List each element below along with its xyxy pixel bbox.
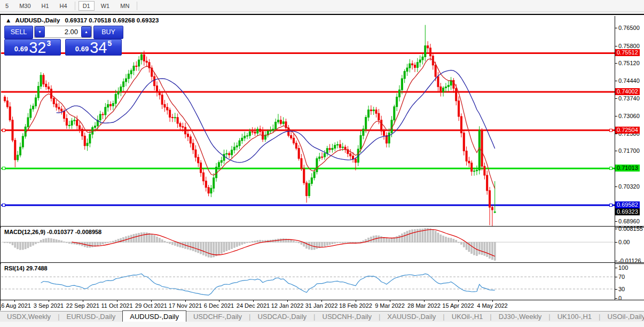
date-tick-mark (321, 300, 322, 302)
level-handle[interactable] (2, 167, 5, 170)
price-scale-label: 0.76500 (618, 25, 640, 31)
tab-usdx-weekly[interactable]: USDX,Weekly (0, 312, 58, 322)
timeframe-button-h1[interactable]: H1 (37, 1, 53, 11)
date-label: 16 Aug 2021 (0, 302, 31, 309)
scale-tick-mark (615, 298, 617, 299)
date-label: 9 Mar 2022 (375, 302, 405, 309)
sell-button[interactable]: SELL (4, 26, 33, 39)
level-price-badge: 0.75512 (615, 49, 640, 56)
macd-scale-label: 0.008155 (618, 225, 643, 232)
scale-tick-mark (615, 151, 617, 151)
volume-decrease-button[interactable]: ▼ (35, 26, 45, 37)
scale-tick-mark (615, 28, 617, 28)
sell-price-tile[interactable]: 0.69 32 3 (4, 39, 61, 56)
volume-increase-button[interactable]: ▲ (81, 26, 91, 37)
buy-price-pips: 34 (90, 41, 107, 54)
date-tick-mark (287, 300, 288, 302)
level-handle[interactable] (609, 129, 612, 132)
date-tick-mark (117, 300, 117, 302)
scale-tick-mark (615, 289, 617, 290)
date-label: 22 Sep 2021 (66, 302, 99, 309)
sell-price-pips: 32 (29, 41, 46, 54)
buy-price-point: 5 (107, 39, 112, 48)
current-price-badge: 0.69323 (615, 208, 640, 215)
price-scale-label: 0.75120 (618, 60, 640, 66)
rsi-scale-label: 30 (618, 286, 625, 292)
price-scale-label: 0.73060 (618, 113, 640, 119)
date-tick-mark (185, 300, 186, 302)
date-label: 12 Jan 2022 (271, 302, 304, 309)
scale-tick-mark (615, 46, 617, 46)
date-label: 3 Sep 2021 (34, 302, 64, 309)
volume-spinner: ▼ 2.00 ▲ (34, 26, 92, 38)
scale-tick-mark (615, 186, 617, 187)
timeframe-button-5[interactable]: 5 (1, 1, 13, 11)
chart-tab-bar: USDX,Weekly|EURUSD-,DailyAUDUSD-,DailyUS… (0, 311, 644, 322)
buy-price-tile[interactable]: 0.69 34 5 (65, 39, 122, 56)
tab-usdchf-daily[interactable]: USDCHF-,Daily (186, 312, 249, 322)
date-label: 4 May 2022 (477, 302, 507, 309)
scale-tick-mark (615, 277, 617, 277)
date-tick-mark (14, 300, 15, 302)
sell-price-prefix: 0.69 (14, 45, 28, 53)
level-handle[interactable] (609, 167, 612, 170)
rsi-indicator-label: RSI(14) 29.7488 (4, 265, 48, 271)
one-click-trade-panel: SELL ▼ 2.00 ▲ BUY 0.69 32 3 0.69 34 5 (4, 22, 122, 69)
price-scale-label: 0.71700 (618, 147, 640, 154)
date-label: 17 Nov 2021 (169, 302, 202, 309)
tab-usdcnh-daily[interactable]: USDCNH-,Daily (316, 312, 379, 322)
timeframe-button-w1[interactable]: W1 (97, 1, 114, 11)
date-tick-mark (253, 300, 254, 302)
toolbar-separator (75, 2, 75, 10)
level-handle[interactable] (2, 204, 5, 207)
tab-uk100-h1[interactable]: UK100-,H1 (551, 312, 599, 322)
scale-tick-mark (615, 229, 617, 229)
macd-indicator-label: MACD(12,26,9) -0.010377 -0.008958 (4, 229, 101, 235)
timeframe-button-d1[interactable]: D1 (78, 1, 95, 11)
tab-dj30-weekly[interactable]: DJ30-,Weekly (492, 312, 549, 322)
tab-eurusd-daily[interactable]: EURUSD-,Daily (60, 312, 123, 322)
date-tick-mark (390, 300, 390, 302)
buy-button[interactable]: BUY (93, 26, 123, 39)
level-price-badge: 0.69582 (615, 201, 640, 208)
date-tick-mark (219, 300, 219, 302)
timeframe-button-m30[interactable]: M30 (15, 1, 35, 11)
price-scale-label: 0.68960 (618, 218, 640, 224)
scale-tick-mark (615, 81, 617, 81)
tab-ukoil-h1[interactable]: UKOil-,H1 (445, 312, 490, 322)
level-handle[interactable] (609, 204, 612, 207)
date-label: 29 Oct 2021 (135, 302, 167, 309)
date-tick-mark (151, 300, 152, 302)
sell-price-point: 3 (46, 39, 51, 48)
chart-window: ▲ AUDUSD-,Daily 0.69317 0.70518 0.69268 … (0, 14, 644, 310)
date-label: 28 Mar 2022 (407, 302, 441, 309)
tab-usoil-daily[interactable]: USOil-,Daily (600, 312, 644, 322)
tab-usdcad-daily[interactable]: USDCAD-,Daily (250, 312, 313, 322)
level-price-badge: 0.74002 (615, 88, 640, 95)
timeframe-button-h4[interactable]: H4 (56, 1, 72, 11)
date-label: 18 Feb 2022 (339, 302, 372, 309)
toolbar-separator (137, 2, 137, 10)
tab-audusd-daily[interactable]: AUDUSD-,Daily (122, 310, 186, 322)
volume-value[interactable]: 2.00 (45, 26, 81, 37)
level-handle[interactable] (2, 129, 5, 132)
rsi-scale-label: 100 (618, 264, 628, 271)
rsi-pane[interactable] (1, 263, 615, 300)
scale-tick-mark (615, 242, 617, 243)
tab-xauusd-daily[interactable]: XAUUSD-,Daily (380, 312, 443, 322)
scale-tick-mark (615, 63, 617, 64)
date-tick-mark (49, 300, 49, 302)
buy-price-prefix: 0.69 (75, 45, 89, 53)
price-scale-label: 0.73740 (618, 95, 640, 102)
date-tick-mark (356, 300, 356, 302)
scale-tick-mark (615, 134, 617, 134)
timeframe-button-mn[interactable]: MN (116, 1, 133, 11)
price-scale[interactable]: 0.765000.758000.751200.744400.737400.730… (615, 15, 644, 301)
trading-platform: 5M30H1H4D1W1MN ▲ AUDUSD-,Daily 0.69317 0… (0, 0, 644, 327)
scale-tick-mark (615, 116, 617, 116)
scale-tick-mark (615, 261, 617, 261)
date-axis[interactable]: 16 Aug 20213 Sep 202122 Sep 202111 Oct 2… (1, 300, 644, 311)
level-price-badge: 0.71013 (615, 165, 640, 172)
date-label: 24 Dec 2021 (237, 302, 270, 309)
date-tick-mark (492, 300, 493, 302)
